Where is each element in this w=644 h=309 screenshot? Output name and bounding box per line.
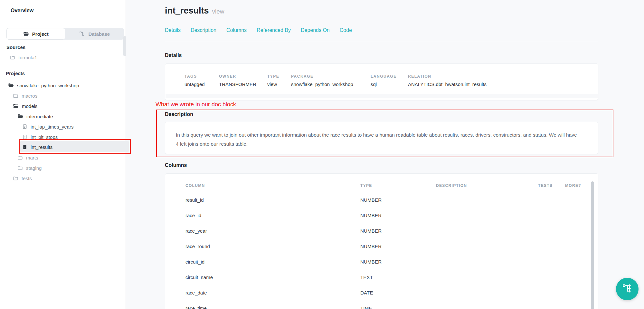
tab-depends-on[interactable]: Depends On (301, 27, 330, 33)
folder-open-icon (17, 113, 23, 119)
column-header-tests: TESTS (538, 183, 565, 188)
table-row-race-date[interactable]: race_date DATE (165, 285, 598, 300)
annotation-text: What we wrote in our doc block (156, 101, 236, 108)
model-type-badge: view (212, 8, 224, 15)
table-row-race-year[interactable]: race_year NUMBER (165, 223, 598, 238)
table-row-race-time[interactable]: race_time TIME (165, 300, 598, 309)
details-card: TAGS untagged OWNER TRANSFORMER TYPE vie… (165, 63, 598, 100)
folder-closed-icon (17, 165, 23, 171)
columns-section-heading: Columns (165, 162, 187, 168)
annotation-box-description (156, 110, 613, 157)
detail-field-language: LANGUAGE sql (371, 74, 408, 87)
sidebar-item-label: models (22, 103, 37, 109)
model-name: int_results (165, 6, 209, 15)
table-row-circuit-name[interactable]: circuit_name TEXT (165, 269, 598, 285)
detail-field-relation: RELATION ANALYTICS.dbt_hwatson.int_resul… (408, 74, 487, 87)
sidebar-item-label: marts (26, 155, 38, 160)
columns-table-body: result_id NUMBER race_id NUMBER race_yea… (165, 192, 598, 309)
header-divider (165, 41, 598, 41)
detail-field-owner: OWNER TRANSFORMER (219, 74, 267, 87)
columns-card: COLUMN TYPE DESCRIPTION TESTS MORE? resu… (165, 173, 598, 309)
sidebar-item-label: snowflake_python_workshop (17, 83, 79, 88)
tab-details[interactable]: Details (165, 27, 181, 33)
sidebar-item-label: intermediate (26, 114, 53, 119)
table-row-result-id[interactable]: result_id NUMBER (165, 192, 598, 208)
folder-closed-icon (13, 93, 18, 99)
annotation-box-sidebar (19, 139, 131, 154)
sidebar-item-formula1[interactable]: formula1 (10, 53, 37, 62)
sidebar-item-marts[interactable]: marts (17, 153, 38, 162)
tab-bar: Details Description Columns Referenced B… (165, 27, 352, 33)
folder-open-icon (23, 31, 29, 37)
folder-open-icon (13, 103, 19, 109)
sidebar-item-label: macros (22, 93, 37, 99)
table-row-race-round[interactable]: race_round NUMBER (165, 238, 598, 254)
columns-table-header: COLUMN TYPE DESCRIPTION TESTS MORE? (165, 183, 598, 188)
details-section-heading: Details (165, 53, 182, 58)
folder-closed-icon (17, 155, 23, 160)
details-fields: TAGS untagged OWNER TRANSFORMER TYPE vie… (165, 64, 598, 87)
tab-referenced-by[interactable]: Referenced By (257, 27, 291, 33)
table-row-circuit-id[interactable]: circuit_id NUMBER (165, 254, 598, 269)
sidebar-item-models[interactable]: models (13, 101, 37, 111)
view-lineage-button[interactable] (616, 278, 639, 300)
folder-open-icon (8, 82, 14, 88)
columns-scrollbar[interactable] (591, 181, 594, 309)
column-header-description: DESCRIPTION (436, 183, 538, 188)
folder-closed-icon (10, 55, 15, 60)
sidebar: Overview Project Database Sources formul… (0, 0, 126, 309)
database-tree-icon (79, 31, 85, 37)
dbt-docs-app: Overview Project Database Sources formul… (0, 0, 644, 309)
tab-columns[interactable]: Columns (226, 27, 247, 33)
projects-section-label: Projects (6, 71, 25, 76)
column-header-type: TYPE (360, 183, 436, 188)
table-row-race-id[interactable]: race_id NUMBER (165, 208, 598, 223)
toggle-project-label: Project (32, 31, 49, 37)
toggle-database-label: Database (88, 31, 110, 37)
sidebar-title: Overview (11, 8, 33, 14)
page-title: int_resultsview (165, 6, 224, 16)
sidebar-item-int-lap-times-years[interactable]: int_lap_times_years (22, 122, 73, 131)
sources-section-label: Sources (6, 44, 25, 50)
folder-closed-icon (13, 176, 18, 181)
sidebar-item-tests[interactable]: tests (13, 173, 32, 183)
document-icon (22, 124, 27, 129)
column-header-column: COLUMN (185, 183, 360, 188)
sidebar-scrollbar[interactable] (123, 36, 126, 56)
sidebar-item-snowflake-python-workshop[interactable]: snowflake_python_workshop (8, 81, 79, 90)
sidebar-item-label: tests (22, 176, 32, 181)
tab-code[interactable]: Code (340, 27, 352, 33)
details-card-footer (166, 94, 598, 98)
detail-field-tags: TAGS untagged (185, 74, 219, 87)
detail-field-type: TYPE view (267, 74, 291, 87)
sidebar-item-label: int_lap_times_years (31, 124, 73, 130)
toggle-database-button[interactable]: Database (65, 28, 124, 40)
sidebar-item-intermediate[interactable]: intermediate (17, 111, 53, 121)
sidebar-item-label: staging (26, 165, 42, 171)
tab-description[interactable]: Description (191, 27, 216, 33)
view-toggle: Project Database (6, 28, 124, 40)
toggle-project-button[interactable]: Project (6, 28, 65, 40)
lineage-graph-icon (622, 283, 633, 295)
detail-field-package: PACKAGE snowflake_python_workshop (291, 74, 371, 87)
sidebar-item-label: formula1 (18, 55, 37, 60)
sidebar-item-staging[interactable]: staging (17, 163, 42, 173)
sidebar-item-macros[interactable]: macros (13, 91, 37, 101)
